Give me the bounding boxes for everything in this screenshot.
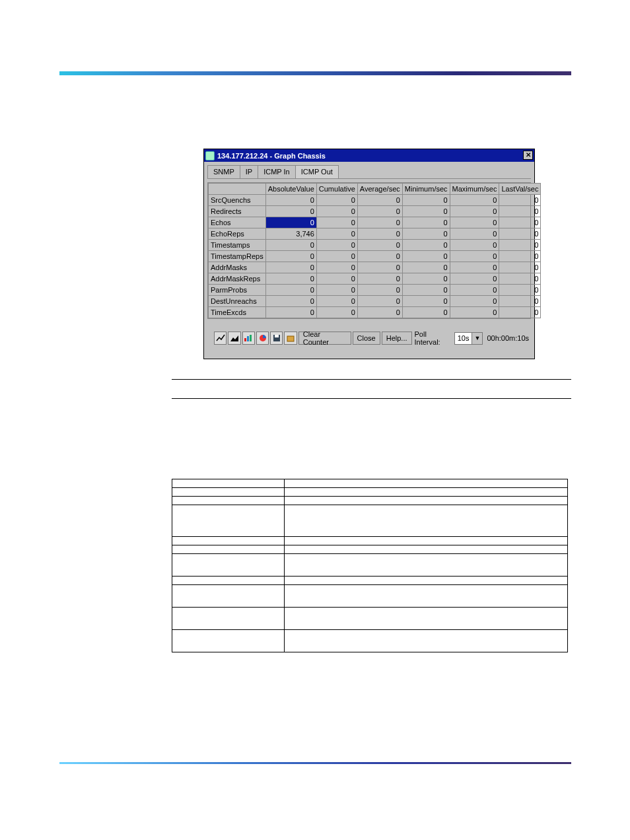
cell: 0: [499, 206, 541, 217]
window-title: 134.177.212.24 - Graph Chassis: [217, 152, 326, 160]
grid-header: [209, 184, 266, 195]
cell: 0: [265, 217, 316, 228]
cell: 0: [357, 217, 402, 228]
cell: 0: [450, 296, 499, 307]
cell: 0: [265, 273, 316, 285]
fields-table-cell: [172, 505, 285, 537]
table-row[interactable]: Redirects000000: [209, 206, 541, 217]
table-row[interactable]: Timestamps000000: [209, 240, 541, 251]
tab-icmp-out[interactable]: ICMP Out: [295, 165, 339, 179]
table-row[interactable]: TimestampReps000000: [209, 251, 541, 262]
fields-table-header: [172, 479, 285, 488]
fields-table-cell: [172, 608, 285, 630]
toolbar: Clear Counter Close Help... Poll Interva…: [214, 330, 529, 347]
row-header: Redirects: [209, 206, 266, 217]
area-chart-icon[interactable]: [228, 332, 240, 345]
row-header: Echos: [209, 217, 266, 228]
fields-table-row: [172, 554, 568, 577]
clear-counter-button[interactable]: Clear Counter: [298, 332, 351, 345]
table-row[interactable]: AddrMaskReps000000: [209, 273, 541, 285]
fields-table-cell: [172, 554, 285, 577]
poll-interval-label: Poll Interval:: [415, 330, 453, 346]
fields-table-row: [172, 608, 568, 630]
bar-chart-icon[interactable]: [242, 332, 255, 345]
fields-table-cell: [285, 608, 568, 630]
fields-table-cell: [172, 497, 285, 505]
cell: 0: [499, 296, 541, 307]
help-button[interactable]: Help...: [382, 332, 412, 345]
line-chart-icon[interactable]: [214, 332, 227, 345]
table-row[interactable]: ParmProbs000000: [209, 285, 541, 296]
cell: 0: [316, 262, 357, 273]
cell: 0: [357, 307, 402, 318]
chevron-down-icon[interactable]: ▼: [472, 333, 482, 344]
cell: 0: [316, 285, 357, 296]
tab-underline: [207, 178, 531, 179]
poll-interval-select[interactable]: 10s ▼: [454, 332, 483, 345]
table-row[interactable]: SrcQuenchs000000: [209, 195, 541, 206]
tab-icmp-in[interactable]: ICMP In: [258, 165, 296, 179]
fields-table-cell: [285, 554, 568, 577]
close-button[interactable]: Close: [353, 332, 380, 345]
close-icon[interactable]: ✕: [523, 151, 533, 160]
fields-table: [172, 479, 568, 652]
cell: 0: [499, 307, 541, 318]
fields-table-row: [172, 630, 568, 652]
fields-table-row: [172, 545, 568, 554]
table-row[interactable]: EchoReps3,74600000: [209, 228, 541, 240]
fields-table-cell: [172, 537, 285, 545]
cell: 0: [316, 195, 357, 206]
cell: 0: [402, 285, 450, 296]
cell: 0: [402, 251, 450, 262]
cell: 0: [499, 262, 541, 273]
footer-rule: [59, 762, 571, 764]
cell: 0: [402, 240, 450, 251]
cell: 0: [357, 296, 402, 307]
cell: 0: [499, 195, 541, 206]
save-icon[interactable]: [270, 332, 283, 345]
fields-table-cell: [285, 488, 568, 497]
cell: 0: [402, 273, 450, 285]
fields-table-row: [172, 577, 568, 585]
tab-ip[interactable]: IP: [240, 165, 258, 179]
table-row[interactable]: Echos000000: [209, 217, 541, 228]
row-header: TimestampReps: [209, 251, 266, 262]
cell: 0: [402, 206, 450, 217]
cell: 0: [357, 228, 402, 240]
cell: 0: [499, 273, 541, 285]
row-header: ParmProbs: [209, 285, 266, 296]
row-header: DestUnreachs: [209, 296, 266, 307]
cell: 0: [316, 240, 357, 251]
tab-snmp[interactable]: SNMP: [207, 165, 240, 179]
row-header: SrcQuenchs: [209, 195, 266, 206]
row-header: AddrMasks: [209, 262, 266, 273]
table-row[interactable]: AddrMasks000000: [209, 262, 541, 273]
cell: 0: [357, 262, 402, 273]
graph-chassis-window: 134.177.212.24 - Graph Chassis ✕ SNMP IP…: [203, 149, 535, 359]
elapsed-time: 00h:00m:10s: [487, 334, 529, 342]
cell: 0: [265, 262, 316, 273]
figure-rule-bottom: [172, 398, 571, 399]
grid-header-row: AbsoluteValue Cumulative Average/sec Min…: [209, 184, 541, 195]
grid-header: Minimum/sec: [402, 184, 450, 195]
pie-chart-icon[interactable]: [256, 332, 269, 345]
table-row[interactable]: DestUnreachs000000: [209, 296, 541, 307]
cell: 3,746: [265, 228, 316, 240]
figure-rule-top: [172, 379, 571, 380]
cell: 0: [316, 206, 357, 217]
export-icon[interactable]: [284, 332, 297, 345]
cell: 0: [450, 206, 499, 217]
cell: 0: [265, 285, 316, 296]
cell: 0: [357, 285, 402, 296]
cell: 0: [265, 195, 316, 206]
fields-table-cell: [285, 585, 568, 608]
cell: 0: [316, 251, 357, 262]
cell: 0: [316, 307, 357, 318]
fields-table-cell: [172, 545, 285, 554]
fields-table-cell: [285, 577, 568, 585]
cell: 0: [265, 240, 316, 251]
table-row[interactable]: TimeExcds000000: [209, 307, 541, 318]
cell: 0: [450, 195, 499, 206]
cell: 0: [402, 296, 450, 307]
svg-rect-1: [244, 338, 246, 341]
